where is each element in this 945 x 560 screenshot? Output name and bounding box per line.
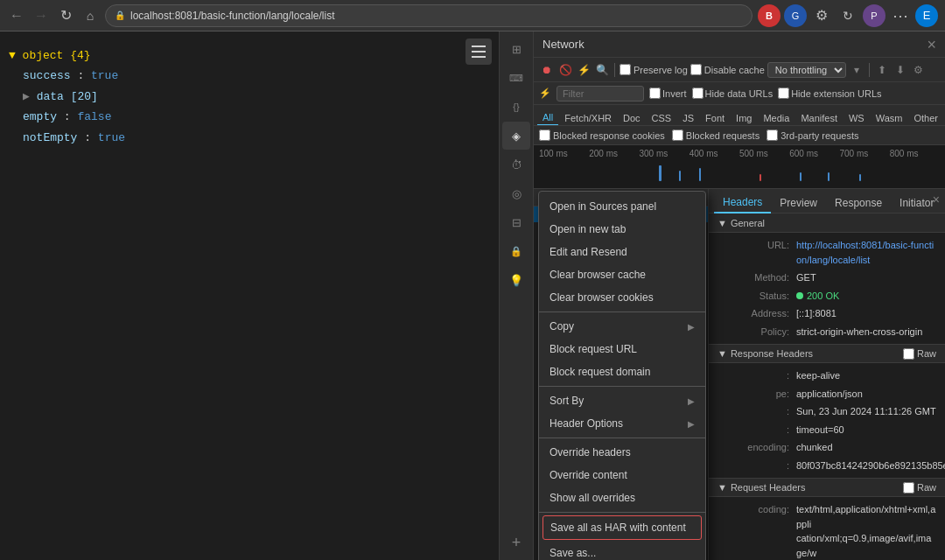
hamburger-button[interactable]	[466, 38, 492, 65]
raw-checkbox-response[interactable]: Raw	[903, 348, 936, 360]
settings-button[interactable]: ⚙	[810, 4, 833, 27]
ext-icon-1[interactable]: B	[758, 4, 780, 27]
response-headers-section-header[interactable]: ▼ Response Headers Raw	[709, 344, 945, 363]
address-bar[interactable]: 🔒 localhost:8081/basic-function/lang/loc…	[105, 4, 752, 27]
clear-button[interactable]: 🚫	[557, 62, 573, 78]
sort-by-menu-item[interactable]: Sort By ▶	[539, 389, 705, 412]
hide-data-urls-label[interactable]: Hide data URLs	[692, 88, 774, 99]
search-button[interactable]: 🔍	[594, 62, 610, 78]
filter-toggle-button[interactable]: ⚡	[576, 62, 592, 78]
override-content-menu-item[interactable]: Override content	[539, 464, 705, 486]
export-button[interactable]: ⬇	[892, 62, 908, 78]
open-sources-menu-item[interactable]: Open in Sources panel	[539, 195, 705, 218]
save-har-menu-item[interactable]: Save all as HAR with content	[542, 515, 702, 540]
invert-checkbox[interactable]	[649, 88, 661, 99]
tab-fetchxhr[interactable]: Fetch/XHR	[559, 111, 617, 125]
open-new-tab-menu-item[interactable]: Open in new tab	[539, 218, 705, 241]
sidebar-performance-icon[interactable]: ⏱	[502, 150, 530, 178]
record-button[interactable]: ⏺	[539, 62, 555, 78]
save-as-menu-item[interactable]: Save as...	[539, 542, 705, 560]
code-notEmpty-line: notEmpty : true	[9, 128, 490, 148]
tab-preview[interactable]: Preview	[771, 193, 826, 213]
detail-close-button[interactable]: ×	[933, 192, 940, 206]
sidebar-lighthouse-icon[interactable]: 💡	[502, 266, 530, 294]
sidebar-sources-icon[interactable]: {}	[502, 93, 530, 121]
block-url-menu-item[interactable]: Block request URL	[539, 338, 705, 360]
tab-doc[interactable]: Doc	[618, 111, 646, 125]
code-success-line: success : true	[9, 66, 490, 86]
nav-back-button[interactable]: ←	[7, 6, 26, 25]
override-headers-menu-item[interactable]: Override headers	[539, 441, 705, 464]
sidebar-add-icon[interactable]: +	[502, 528, 530, 556]
nav-refresh-button[interactable]: ↻	[56, 6, 75, 25]
more-button[interactable]: ⋯	[889, 4, 912, 27]
tab-all[interactable]: All	[537, 110, 558, 126]
header-options-arrow-icon: ▶	[688, 419, 695, 429]
copy-menu-item[interactable]: Copy ▶	[539, 315, 705, 338]
preserve-log-checkbox[interactable]	[620, 64, 631, 75]
sidebar-network-icon[interactable]: ◈	[502, 122, 530, 150]
detail-row-status: Status: 200 OK	[718, 287, 936, 305]
blocked-cookies-label[interactable]: Blocked response cookies	[539, 130, 665, 141]
block-domain-menu-item[interactable]: Block request domain	[539, 360, 705, 383]
sidebar-elements-icon[interactable]: ⊞	[502, 35, 530, 63]
general-section-header[interactable]: ▼ General	[709, 214, 945, 233]
import-button[interactable]: ⬆	[874, 62, 890, 78]
tab-headers[interactable]: Headers	[714, 192, 771, 214]
hide-ext-urls-checkbox[interactable]	[778, 88, 789, 99]
invert-label[interactable]: Invert	[649, 88, 687, 99]
raw-response-checkbox[interactable]	[903, 348, 914, 360]
profile-icon[interactable]: P	[863, 4, 886, 27]
sort-arrow-icon: ▶	[688, 396, 695, 406]
tab-response[interactable]: Response	[826, 193, 891, 213]
sidebar-app-icon[interactable]: ⊟	[502, 208, 530, 236]
devtools-main-panel: Network × ⏺ 🚫 ⚡ 🔍 Preserve log Disable c…	[534, 32, 945, 560]
code-data-line[interactable]: ▶ data [20]	[9, 87, 490, 107]
show-all-overrides-menu-item[interactable]: Show all overrides	[539, 486, 705, 509]
network-conditions-button[interactable]: ▾	[849, 62, 864, 78]
hide-data-urls-checkbox[interactable]	[692, 88, 704, 99]
response-headers-content: : keep-alive pe: application/json : Sun,…	[709, 363, 945, 478]
tab-ws[interactable]: WS	[844, 111, 870, 125]
edit-resend-menu-item[interactable]: Edit and Resend	[539, 241, 705, 263]
request-headers-content: coding: text/html,application/xhtml+xml,…	[709, 497, 945, 560]
hide-ext-urls-label[interactable]: Hide extension URLs	[778, 88, 881, 99]
clear-cookies-menu-item[interactable]: Clear browser cookies	[539, 286, 705, 309]
tab-img[interactable]: Img	[731, 111, 757, 125]
disable-cache-label[interactable]: Disable cache	[690, 64, 765, 75]
ext-icon-edge[interactable]: E	[915, 4, 938, 27]
blocked-requests-label[interactable]: Blocked requests	[672, 130, 760, 141]
tl-300: 300 ms	[640, 149, 690, 158]
blocked-cookies-checkbox[interactable]	[539, 130, 550, 141]
tab-js[interactable]: JS	[677, 111, 699, 125]
blocked-requests-checkbox[interactable]	[672, 130, 683, 141]
tab-font[interactable]: Font	[700, 111, 730, 125]
request-headers-section-header[interactable]: ▼ Request Headers Raw	[709, 478, 945, 497]
throttle-select[interactable]: No throttling	[767, 62, 846, 78]
ext-icon-2[interactable]: G	[784, 4, 807, 27]
third-party-checkbox[interactable]	[766, 130, 778, 141]
devtools-close-button[interactable]: ×	[927, 37, 936, 52]
disable-cache-checkbox[interactable]	[690, 64, 702, 75]
third-party-label[interactable]: 3rd-party requests	[766, 130, 858, 141]
extensions-button[interactable]: ↻	[836, 4, 859, 27]
clear-cache-menu-item[interactable]: Clear browser cache	[539, 263, 705, 286]
raw-request-checkbox[interactable]	[903, 482, 914, 494]
sidebar-console-icon[interactable]: ⌨	[502, 64, 530, 92]
tab-manifest[interactable]: Manifest	[795, 111, 843, 125]
header-options-menu-item[interactable]: Header Options ▶	[539, 412, 705, 435]
tl-600: 600 ms	[789, 149, 839, 158]
nav-forward-button[interactable]: →	[32, 6, 51, 25]
tab-other[interactable]: Other	[908, 111, 943, 125]
raw-checkbox-request[interactable]: Raw	[903, 482, 936, 494]
preserve-log-label[interactable]: Preserve log	[620, 64, 688, 75]
tab-media[interactable]: Media	[758, 111, 794, 125]
tab-wasm[interactable]: Wasm	[871, 111, 908, 125]
filter-input[interactable]	[556, 86, 644, 102]
address-lock-icon: 🔒	[115, 10, 125, 20]
sidebar-memory-icon[interactable]: ◎	[502, 179, 530, 207]
tab-css[interactable]: CSS	[647, 111, 677, 125]
settings-gear-button[interactable]: ⚙	[911, 62, 927, 78]
sidebar-security-icon[interactable]: 🔒	[502, 237, 530, 265]
nav-home-button[interactable]: ⌂	[80, 6, 100, 25]
